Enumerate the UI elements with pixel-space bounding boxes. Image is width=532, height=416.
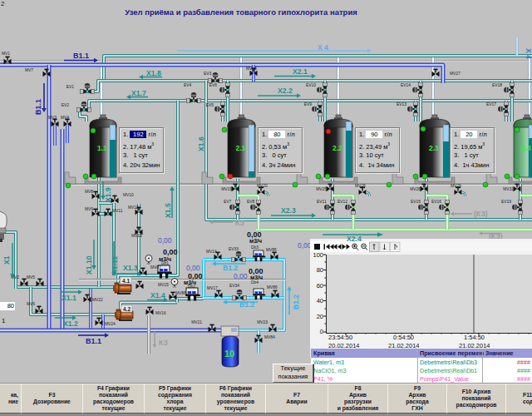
svg-text:EV13: EV13 bbox=[397, 102, 406, 106]
svg-text:MV17: MV17 bbox=[207, 286, 218, 290]
svg-text:X1.3: X1.3 bbox=[123, 264, 138, 272]
svg-text:4.1: 4.1 bbox=[122, 278, 130, 284]
svg-text:MV29: MV29 bbox=[451, 184, 461, 188]
svg-text:EV10: EV10 bbox=[306, 83, 316, 87]
svg-text:м3/ч: м3/ч bbox=[250, 275, 263, 280]
svg-text:MV8: MV8 bbox=[85, 190, 93, 194]
svg-text:MV26: MV26 bbox=[355, 184, 366, 188]
svg-text:EV14: EV14 bbox=[401, 83, 411, 87]
svg-text:м3/ч: м3/ч bbox=[249, 238, 262, 244]
svg-text:1.1: 1.1 bbox=[97, 144, 107, 152]
svg-text:MV6: MV6 bbox=[27, 302, 35, 306]
svg-text:X 4: X 4 bbox=[318, 43, 328, 52]
svg-text:X1.9: X1.9 bbox=[104, 187, 112, 202]
svg-text:X2.2: X2.2 bbox=[278, 87, 293, 95]
svg-text:10: 10 bbox=[224, 349, 234, 359]
svg-text:MV24: MV24 bbox=[105, 322, 116, 326]
svg-text:0,00: 0,00 bbox=[186, 264, 200, 272]
svg-text:MV12: MV12 bbox=[128, 206, 139, 210]
svg-text:X1.4: X1.4 bbox=[150, 291, 165, 300]
svg-text:EV11: EV11 bbox=[317, 200, 327, 204]
svg-text:MV86: MV86 bbox=[267, 285, 278, 290]
svg-text:В1.2: В1.2 bbox=[292, 295, 300, 310]
svg-text:MV3: MV3 bbox=[48, 116, 57, 120]
svg-text:EV7: EV7 bbox=[224, 200, 232, 204]
svg-text:X1.2: X1.2 bbox=[63, 319, 78, 328]
svg-text:КЗ: КЗ bbox=[235, 219, 244, 227]
svg-text:MV85: MV85 bbox=[266, 248, 277, 252]
svg-text:MV1: MV1 bbox=[2, 52, 10, 56]
svg-text:X1.10: X1.10 bbox=[85, 255, 93, 275]
svg-text:MV7: MV7 bbox=[25, 68, 33, 72]
svg-text:MV14: MV14 bbox=[206, 250, 217, 254]
svg-text:EV6: EV6 bbox=[209, 83, 218, 87]
svg-text:MV25: MV25 bbox=[316, 187, 327, 191]
svg-text:MV10: MV10 bbox=[123, 193, 134, 197]
svg-text:EV15: EV15 bbox=[411, 200, 421, 204]
svg-text:2.4: 2.4 bbox=[521, 144, 531, 152]
svg-text:X1.5: X1.5 bbox=[164, 203, 172, 218]
svg-text:EV1: EV1 bbox=[66, 85, 75, 89]
svg-text:MV15: MV15 bbox=[158, 283, 169, 287]
svg-text:EV17: EV17 bbox=[486, 102, 496, 106]
svg-text:MV31: MV31 bbox=[503, 187, 514, 191]
svg-text:4.2: 4.2 bbox=[123, 306, 131, 312]
svg-text:0,00: 0,00 bbox=[163, 248, 178, 256]
svg-text:MV11: MV11 bbox=[112, 209, 123, 213]
svg-text:MV20: MV20 bbox=[257, 184, 268, 188]
svg-text:Db3: Db3 bbox=[251, 245, 259, 250]
svg-text:2.1: 2.1 bbox=[236, 144, 246, 152]
svg-text:MV87: MV87 bbox=[150, 265, 161, 270]
svg-text:MV18: MV18 bbox=[246, 67, 257, 71]
svg-text:X1.6: X1.6 bbox=[197, 136, 205, 151]
svg-text:EV4: EV4 bbox=[184, 83, 192, 87]
svg-text:MV21: MV21 bbox=[191, 320, 202, 324]
svg-text:2.2: 2.2 bbox=[332, 144, 342, 152]
svg-text:В1.1: В1.1 bbox=[73, 52, 89, 60]
svg-text:EV18: EV18 bbox=[492, 83, 502, 87]
svg-text:EV33: EV33 bbox=[229, 247, 239, 251]
svg-text:В1.1: В1.1 bbox=[34, 99, 42, 115]
svg-text:EV2: EV2 bbox=[62, 103, 70, 107]
svg-text:EV3: EV3 bbox=[204, 72, 212, 76]
svg-text:MV9: MV9 bbox=[85, 207, 93, 211]
svg-text:MV16: MV16 bbox=[155, 311, 166, 315]
svg-text:2.3: 2.3 bbox=[429, 144, 439, 152]
svg-text:MV27: MV27 bbox=[450, 72, 461, 76]
svg-text:MV28: MV28 bbox=[410, 187, 421, 191]
svg-text:EV9: EV9 bbox=[304, 102, 313, 106]
svg-text:X 4: X 4 bbox=[525, 48, 532, 59]
svg-text:EV34: EV34 bbox=[229, 284, 239, 288]
svg-text:X2.4: X2.4 bbox=[347, 235, 362, 243]
svg-text:MV4: MV4 bbox=[61, 116, 69, 120]
svg-text:(КЗ): (КЗ) bbox=[474, 210, 488, 218]
svg-text:X2.1: X2.1 bbox=[293, 67, 308, 76]
svg-text:0,00: 0,00 bbox=[234, 272, 248, 280]
svg-text:X1: X1 bbox=[2, 255, 11, 265]
svg-text:X1.11: X1.11 bbox=[111, 256, 119, 275]
svg-text:EV12: EV12 bbox=[337, 200, 347, 204]
svg-text:MV5: MV5 bbox=[27, 275, 35, 280]
svg-text:EV8: EV8 bbox=[247, 200, 255, 204]
svg-text:В1.2: В1.2 bbox=[223, 264, 238, 272]
svg-text:X1.1: X1.1 bbox=[62, 294, 76, 302]
svg-text:X2.3: X2.3 bbox=[281, 206, 296, 215]
svg-text:м3/ч: м3/ч bbox=[159, 256, 171, 262]
svg-text:MV23: MV23 bbox=[257, 320, 268, 324]
svg-text:MV19: MV19 bbox=[221, 187, 232, 191]
svg-text:MV13: MV13 bbox=[131, 234, 142, 238]
svg-text:КЗ: КЗ bbox=[159, 339, 168, 347]
svg-text:м3/ч: м3/ч bbox=[184, 280, 196, 285]
svg-text:В1.1: В1.1 bbox=[86, 337, 101, 345]
svg-text:EV16: EV16 bbox=[431, 200, 441, 204]
svg-text:MV88: MV88 bbox=[175, 291, 186, 295]
svg-text:MV22: MV22 bbox=[92, 298, 103, 302]
svg-text:X1.8: X1.8 bbox=[146, 69, 161, 77]
svg-text:Db4: Db4 bbox=[251, 280, 259, 285]
svg-text:X1.7: X1.7 bbox=[131, 89, 146, 97]
svg-text:MV84: MV84 bbox=[264, 335, 275, 339]
svg-text:EV19: EV19 bbox=[501, 200, 511, 204]
svg-text:EV5: EV5 bbox=[206, 103, 214, 107]
svg-text:0,00: 0,00 bbox=[158, 236, 172, 245]
